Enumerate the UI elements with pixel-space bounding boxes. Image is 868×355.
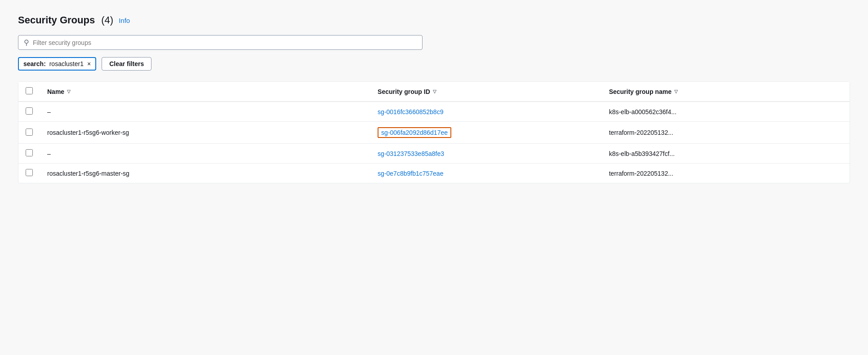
sort-sg-name-icon: ▽ xyxy=(674,89,678,94)
col-sg-name-label: Security group name xyxy=(609,88,672,95)
page-header: Security Groups (4) Info xyxy=(18,14,850,26)
table-row: rosacluster1-r5sg6-worker-sgsg-006fa2092… xyxy=(18,122,850,144)
row-name-3: rosacluster1-r5sg6-master-sg xyxy=(40,164,370,183)
row-sg-name-1: terraform-202205132... xyxy=(602,122,850,144)
count-badge: (4) xyxy=(101,14,113,26)
row-sg-id-2: sg-031237533e85a8fe3 xyxy=(370,144,602,164)
row-sg-id-1: sg-006fa2092d86d17ee xyxy=(370,122,602,144)
sg-id-link-2[interactable]: sg-031237533e85a8fe3 xyxy=(378,150,444,157)
clear-filters-button[interactable]: Clear filters xyxy=(102,57,151,71)
col-header-sg-id[interactable]: Security group ID ▽ xyxy=(370,82,602,102)
col-sg-id-label: Security group ID xyxy=(378,88,430,95)
sg-id-link-0[interactable]: sg-0016fc3660852b8c9 xyxy=(378,108,443,115)
table-row: –sg-0016fc3660852b8c9k8s-elb-a000562c36f… xyxy=(18,102,850,122)
select-all-checkbox[interactable] xyxy=(26,87,33,94)
filter-tag-label: search: rosacluster1 xyxy=(23,60,84,67)
col-name-label: Name xyxy=(47,88,64,95)
filter-remove-button[interactable]: × xyxy=(87,60,91,67)
search-bar: ⚲ xyxy=(18,35,423,50)
info-link[interactable]: Info xyxy=(119,17,130,24)
page-title: Security Groups (4) xyxy=(18,14,113,26)
row-sg-name-2: k8s-elb-a5b393427fcf... xyxy=(602,144,850,164)
table-row: rosacluster1-r5sg6-master-sgsg-0e7c8b9fb… xyxy=(18,164,850,183)
table-header-row: Name ▽ Security group ID ▽ Security grou… xyxy=(18,82,850,102)
filter-value: rosacluster1 xyxy=(49,60,84,67)
select-all-header xyxy=(18,82,40,102)
search-icon: ⚲ xyxy=(24,38,29,47)
row-sg-name-3: terraform-202205132... xyxy=(602,164,850,183)
col-header-sg-name[interactable]: Security group name ▽ xyxy=(602,82,850,102)
filter-prefix: search: xyxy=(23,60,46,67)
row-checkbox-0[interactable] xyxy=(26,107,33,115)
filter-tag: search: rosacluster1 × xyxy=(18,57,96,71)
row-sg-id-3: sg-0e7c8b9fb1c757eae xyxy=(370,164,602,183)
row-checkbox-3[interactable] xyxy=(26,169,33,176)
col-header-name[interactable]: Name ▽ xyxy=(40,82,370,102)
filters-row: search: rosacluster1 × Clear filters xyxy=(18,57,850,71)
security-groups-table: Name ▽ Security group ID ▽ Security grou… xyxy=(18,81,850,183)
sort-name-icon: ▽ xyxy=(67,89,71,94)
row-sg-id-0: sg-0016fc3660852b8c9 xyxy=(370,102,602,122)
row-name-0: – xyxy=(40,102,370,122)
row-checkbox-1[interactable] xyxy=(26,129,33,136)
sg-id-link-3[interactable]: sg-0e7c8b9fb1c757eae xyxy=(378,170,443,177)
title-text: Security Groups xyxy=(18,14,95,26)
row-name-2: – xyxy=(40,144,370,164)
sg-id-link-1[interactable]: sg-006fa2092d86d17ee xyxy=(381,129,448,136)
sort-sg-id-icon: ▽ xyxy=(433,89,436,94)
row-name-1: rosacluster1-r5sg6-worker-sg xyxy=(40,122,370,144)
table-row: –sg-031237533e85a8fe3k8s-elb-a5b393427fc… xyxy=(18,144,850,164)
search-input[interactable] xyxy=(33,39,417,46)
row-sg-name-0: k8s-elb-a000562c36f4... xyxy=(602,102,850,122)
row-checkbox-2[interactable] xyxy=(26,149,33,156)
